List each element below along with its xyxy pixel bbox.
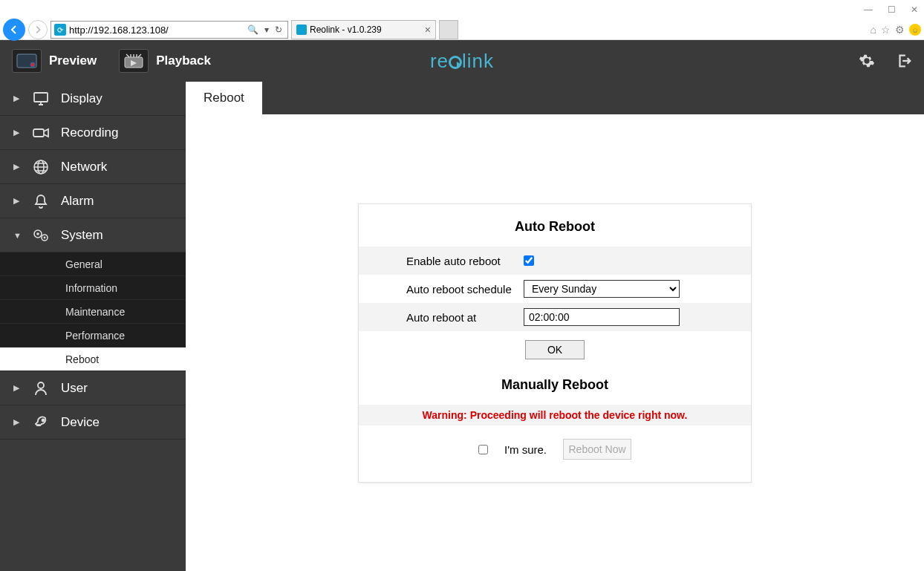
tab-favicon <box>296 25 307 35</box>
network-icon <box>33 160 49 174</box>
favorites-icon[interactable]: ☆ <box>881 24 891 36</box>
svg-rect-4 <box>34 93 48 102</box>
sidebar-sub-reboot[interactable]: Reboot <box>0 348 186 371</box>
svg-point-12 <box>38 382 44 388</box>
search-icon[interactable]: 🔍 <box>245 25 261 35</box>
sure-label: I'm sure. <box>504 443 547 456</box>
settings-icon[interactable] <box>859 53 875 69</box>
sidebar-label: Network <box>61 160 107 174</box>
enable-checkbox[interactable] <box>524 255 534 266</box>
alarm-icon <box>33 194 49 209</box>
warning-text: Warning: Proceeding will reboot the devi… <box>359 405 751 425</box>
sidebar-item-display[interactable]: ▶ Display <box>0 82 186 116</box>
tab-title: Reolink - v1.0.239 <box>310 25 382 35</box>
sidebar-item-system[interactable]: ▼ System <box>0 218 186 252</box>
sidebar-label: System <box>61 228 103 243</box>
sure-checkbox[interactable] <box>478 445 488 454</box>
row-schedule: Auto reboot schedule Every Sunday <box>359 275 751 303</box>
sidebar-label: Recording <box>61 125 119 140</box>
tools-icon[interactable]: ⚙ <box>895 24 905 36</box>
preview-button[interactable]: Preview <box>12 49 97 73</box>
system-icon <box>33 229 49 242</box>
playback-button[interactable]: Playback <box>119 49 211 73</box>
tab-reboot[interactable]: Reboot <box>186 82 262 114</box>
row-enable: Enable auto reboot <box>359 247 751 275</box>
arrow-right-icon <box>33 25 42 34</box>
chevron-right-icon: ▶ <box>13 196 21 206</box>
device-icon <box>33 415 49 430</box>
reboot-panel: Auto Reboot Enable auto reboot Auto rebo… <box>358 203 752 483</box>
browser-chrome: — ☐ ✕ ⟳ 🔍 ▾ ↻ Reolink - v1.0.239 × ⌂ ☆ <box>0 0 924 40</box>
chevron-right-icon: ▶ <box>13 94 21 103</box>
url-input[interactable] <box>69 25 245 36</box>
sidebar-sub-performance[interactable]: Performance <box>0 324 186 348</box>
feedback-icon[interactable]: ☺ <box>909 24 921 36</box>
preview-label: Preview <box>49 53 97 68</box>
sidebar-item-recording[interactable]: ▶ Recording <box>0 116 186 150</box>
nav-back-button[interactable] <box>3 19 25 41</box>
chevron-right-icon: ▶ <box>13 383 21 393</box>
sidebar-item-network[interactable]: ▶ Network <box>0 150 186 184</box>
brand-logo: relink <box>430 50 494 73</box>
svg-point-9 <box>36 232 39 235</box>
svg-point-13 <box>42 419 45 421</box>
recording-icon <box>33 127 49 139</box>
refresh-icon[interactable]: ↻ <box>273 25 284 35</box>
sidebar-label: Display <box>61 91 103 106</box>
user-icon <box>33 381 49 396</box>
sidebar-sub-general[interactable]: General <box>0 252 186 276</box>
row-time: Auto reboot at <box>359 303 751 331</box>
sidebar-label: Alarm <box>61 194 94 209</box>
app-topbar: Preview Playback relink <box>0 40 924 82</box>
url-bar[interactable]: ⟳ 🔍 ▾ ↻ <box>51 21 288 39</box>
preview-icon <box>12 49 42 73</box>
playback-icon <box>119 49 149 73</box>
manual-reboot-heading: Manually Reboot <box>359 377 751 393</box>
window-close[interactable]: ✕ <box>911 4 918 15</box>
schedule-label: Auto reboot schedule <box>368 283 524 296</box>
arrow-left-icon <box>9 25 19 35</box>
dropdown-icon[interactable]: ▾ <box>262 25 271 35</box>
page-tabs: Reboot <box>186 82 924 114</box>
schedule-select[interactable]: Every Sunday <box>524 280 680 298</box>
sidebar-item-user[interactable]: ▶ User <box>0 371 186 405</box>
chevron-right-icon: ▶ <box>13 162 21 172</box>
home-icon[interactable]: ⌂ <box>871 24 876 36</box>
window-minimize[interactable]: — <box>864 4 873 15</box>
sidebar-label: Device <box>61 415 100 430</box>
playback-label: Playback <box>156 53 211 68</box>
main-content: Reboot Auto Reboot Enable auto reboot Au… <box>186 82 924 571</box>
svg-point-11 <box>44 236 46 238</box>
auto-reboot-heading: Auto Reboot <box>359 219 751 235</box>
sidebar-sub-maintenance[interactable]: Maintenance <box>0 300 186 324</box>
browser-tab[interactable]: Reolink - v1.0.239 × <box>291 20 436 39</box>
chevron-down-icon: ▼ <box>13 231 21 240</box>
tab-close-icon[interactable]: × <box>425 24 431 36</box>
chevron-right-icon: ▶ <box>13 417 21 427</box>
display-icon <box>33 92 49 105</box>
time-input[interactable] <box>524 308 680 326</box>
sidebar-sub-information[interactable]: Information <box>0 276 186 300</box>
svg-rect-5 <box>33 129 44 137</box>
sidebar-item-alarm[interactable]: ▶ Alarm <box>0 184 186 218</box>
ok-button[interactable]: OK <box>525 340 585 359</box>
logout-icon[interactable] <box>896 53 912 69</box>
sidebar-label: User <box>61 381 88 396</box>
enable-label: Enable auto reboot <box>368 255 524 267</box>
nav-forward-button[interactable] <box>28 20 48 39</box>
window-maximize[interactable]: ☐ <box>888 4 896 15</box>
sidebar-item-device[interactable]: ▶ Device <box>0 405 186 440</box>
reboot-now-button[interactable]: Reboot Now <box>563 439 631 460</box>
time-label: Auto reboot at <box>368 311 524 324</box>
url-favicon: ⟳ <box>54 24 66 36</box>
chevron-right-icon: ▶ <box>13 128 21 137</box>
sidebar: ▶ Display ▶ Recording ▶ Network ▶ Alarm … <box>0 82 186 571</box>
new-tab-button[interactable] <box>439 20 458 39</box>
